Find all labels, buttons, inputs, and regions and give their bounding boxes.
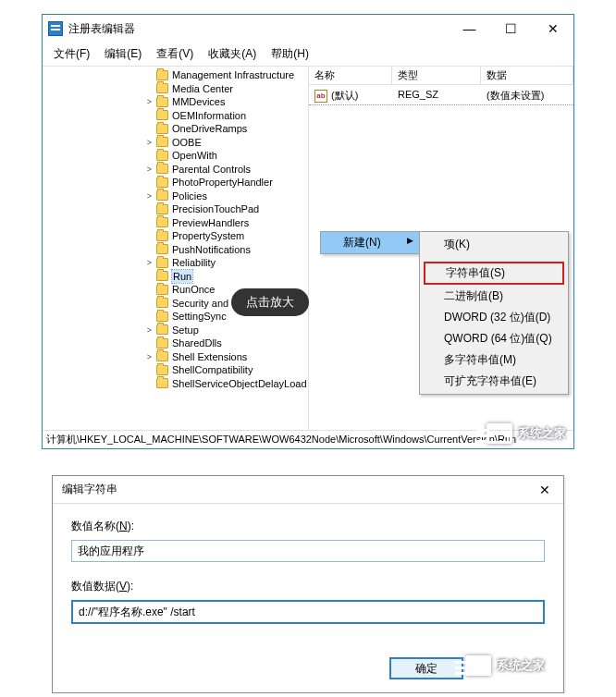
folder-icon — [156, 244, 168, 254]
expand-icon[interactable] — [144, 217, 154, 227]
watermark: 系统之家 — [465, 655, 545, 676]
tree-item[interactable]: ShellServiceObjectDelayLoad — [43, 377, 308, 391]
list-header: 名称 类型 数据 — [309, 67, 573, 85]
tree-item[interactable]: >Setup — [43, 324, 308, 337]
edit-string-dialog: 编辑字符串 ✕ 数值名称(N): 数值数据(V): 确定 取消 系统之家 — [52, 475, 564, 693]
menu-qword-value[interactable]: QWORD (64 位)值(Q) — [422, 328, 566, 349]
expand-icon[interactable]: > — [144, 351, 154, 361]
tree-item[interactable]: >Policies — [43, 190, 308, 203]
tree-item-label: Shell Extensions — [172, 350, 247, 363]
folder-icon — [156, 137, 168, 147]
watermark-text: 系统之家 — [518, 425, 566, 442]
tree-item-label: Media Center — [172, 82, 233, 95]
name-field[interactable] — [71, 540, 545, 562]
expand-icon[interactable]: > — [144, 190, 154, 201]
context-menu: 新建(N) ▶ — [320, 231, 420, 254]
expand-icon[interactable] — [144, 204, 154, 214]
tree-item[interactable]: >MMDevices — [43, 95, 308, 109]
tree-item[interactable]: PropertySystem — [43, 229, 308, 243]
menu-favorites[interactable]: 收藏夹(A) — [201, 44, 264, 64]
tree-item[interactable]: PrecisionTouchPad — [43, 202, 308, 216]
expand-icon[interactable] — [144, 271, 154, 281]
menu-string-value[interactable]: 字符串值(S) — [424, 262, 564, 285]
ok-button[interactable]: 确定 — [389, 657, 463, 679]
folder-icon — [156, 217, 168, 227]
col-type[interactable]: 类型 — [392, 67, 481, 84]
expand-icon[interactable]: > — [144, 97, 154, 107]
expand-icon[interactable] — [144, 177, 154, 188]
menu-help[interactable]: 帮助(H) — [264, 44, 316, 64]
dialog-close-button[interactable]: ✕ — [526, 483, 563, 497]
dialog-title: 编辑字符串 — [62, 482, 526, 497]
menu-multistring-value[interactable]: 多字符串值(M) — [422, 349, 566, 371]
expand-icon[interactable] — [144, 338, 154, 348]
expand-icon[interactable] — [144, 244, 154, 254]
menu-view[interactable]: 查看(V) — [149, 44, 201, 64]
string-value-icon: ab — [314, 90, 327, 103]
menu-new[interactable]: 新建(N) ▶ — [321, 232, 419, 253]
folder-icon — [156, 378, 168, 388]
col-data[interactable]: 数据 — [481, 67, 573, 84]
minimize-button[interactable]: — — [449, 15, 490, 43]
maximize-button[interactable]: ☐ — [490, 15, 532, 43]
col-name[interactable]: 名称 — [309, 67, 392, 84]
submenu-arrow-icon: ▶ — [407, 236, 413, 245]
tree-item[interactable]: Management Infrastructure — [43, 68, 308, 82]
folder-icon — [156, 231, 168, 241]
tree-item[interactable]: >OOBE — [43, 136, 308, 150]
data-field[interactable] — [71, 600, 545, 624]
tree-item[interactable]: >Shell Extensions — [43, 350, 308, 364]
expand-icon[interactable] — [144, 298, 154, 308]
tree-item[interactable]: OpenWith — [43, 149, 308, 163]
tree-item-label: SettingSync — [172, 310, 227, 323]
tree-item[interactable]: Media Center — [43, 82, 308, 96]
context-submenu: 项(K) 字符串值(S) 二进制值(B) DWORD (32 位)值(D) QW… — [419, 231, 569, 395]
tree-item[interactable]: OneDriveRamps — [43, 122, 308, 136]
tree-item-label: PhotoPropertyHandler — [172, 176, 273, 189]
tree-item[interactable]: SharedDlls — [43, 336, 308, 350]
tree-item-label: ShellServiceObjectDelayLoad — [172, 377, 307, 390]
list-rows: ab (默认) REG_SZ (数值未设置) — [309, 85, 573, 105]
expand-icon[interactable]: > — [144, 164, 154, 174]
expand-icon[interactable] — [144, 231, 154, 241]
menu-file[interactable]: 文件(F) — [46, 44, 97, 64]
menu-edit[interactable]: 编辑(E) — [97, 44, 149, 64]
tree-pane[interactable]: Management InfrastructureMedia Center>MM… — [43, 67, 309, 430]
tree-item-label: OpenWith — [172, 149, 217, 162]
tree-item-label: PropertySystem — [172, 229, 244, 242]
tree-item[interactable]: >Reliability — [43, 256, 308, 270]
tree-item-label: Policies — [172, 190, 207, 202]
tree-item[interactable]: Run — [43, 270, 308, 284]
tree-item[interactable]: PhotoPropertyHandler — [43, 176, 308, 190]
expand-icon[interactable] — [144, 378, 154, 388]
expand-icon[interactable]: > — [144, 137, 154, 147]
tree-item-label: OOBE — [172, 136, 202, 149]
menu-key[interactable]: 项(K) — [422, 234, 566, 255]
tree-item-label: RunOnce — [172, 283, 215, 296]
tree-item-label: Run — [172, 270, 192, 283]
tree-item[interactable]: ShellCompatibility — [43, 363, 308, 377]
tree-item[interactable]: OEMInformation — [43, 109, 308, 123]
tree-item-label: Setup — [172, 324, 199, 336]
tree-item[interactable]: PreviewHandlers — [43, 216, 308, 230]
expand-icon[interactable] — [144, 110, 154, 120]
expand-icon[interactable] — [144, 83, 154, 93]
expand-icon[interactable] — [144, 312, 154, 322]
tree-item[interactable]: >Parental Controls — [43, 163, 308, 177]
folder-icon — [156, 271, 168, 281]
expand-icon[interactable] — [144, 70, 154, 80]
expand-icon[interactable] — [144, 151, 154, 161]
folder-icon — [156, 110, 168, 120]
watermark-text: 系统之家 — [497, 657, 545, 674]
tree-item[interactable]: PushNotifications — [43, 243, 308, 257]
expand-icon[interactable] — [144, 365, 154, 375]
expand-icon[interactable]: > — [144, 324, 154, 335]
expand-icon[interactable] — [144, 285, 154, 295]
menu-expandstring-value[interactable]: 可扩充字符串值(E) — [422, 371, 566, 392]
menu-dword-value[interactable]: DWORD (32 位)值(D) — [422, 307, 566, 328]
list-row[interactable]: ab (默认) REG_SZ (数值未设置) — [309, 87, 573, 105]
expand-icon[interactable] — [144, 124, 154, 134]
close-button[interactable]: ✕ — [532, 15, 573, 43]
menu-binary-value[interactable]: 二进制值(B) — [422, 286, 566, 307]
expand-icon[interactable]: > — [144, 258, 154, 268]
